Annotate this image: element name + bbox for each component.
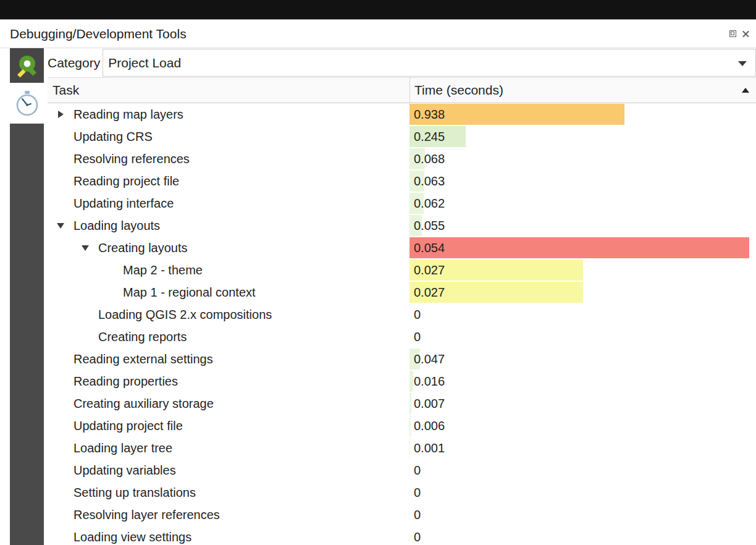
category-combobox[interactable]: Project Load [103,49,756,77]
task-label: Updating project file [74,419,183,433]
column-header-time[interactable]: Time (seconds) [410,78,756,103]
table-row[interactable]: Resolving references0.068 [48,148,756,170]
table-row[interactable]: Reading project file0.063 [48,170,756,192]
task-label: Reading external settings [74,352,213,366]
time-cell: 0 [410,481,756,504]
time-cell: 0.938 [410,103,756,125]
panel-title: Debugging/Development Tools [10,27,187,41]
column-header-time-label: Time (seconds) [414,83,503,98]
float-icon [729,30,736,37]
close-icon [742,30,749,37]
table-row[interactable]: Creating reports0 [48,326,756,348]
collapse-arrow-icon[interactable] [79,245,91,251]
time-value: 0 [410,308,421,322]
task-label: Updating CRS [74,130,153,144]
task-label: Resolving layer references [74,508,220,522]
time-cell: 0.245 [410,125,756,148]
table-body: Reading map layers0.938Updating CRS0.245… [48,103,756,545]
time-cell: 0.001 [410,437,756,459]
table-row[interactable]: Updating variables0 [48,459,756,481]
time-value: 0 [410,330,421,344]
table-row[interactable]: Updating interface0.062 [48,192,756,214]
table-header: Task Time (seconds) [48,77,756,103]
time-cell: 0.063 [410,170,756,192]
task-label: Creating layouts [98,241,188,255]
time-cell: 0 [410,326,756,348]
task-label: Map 2 - theme [123,263,203,277]
table-row[interactable]: Resolving layer references0 [48,504,756,526]
time-cell: 0.054 [410,237,756,259]
time-bar [410,237,749,258]
task-label: Updating variables [74,463,176,478]
task-label: Loading view settings [74,530,191,544]
table-row[interactable]: Loading layouts0.055 [48,214,756,237]
time-value: 0 [410,530,421,544]
time-cell: 0.047 [410,348,756,370]
clock-icon [14,90,40,117]
time-value: 0.938 [410,108,445,122]
collapse-arrow-icon[interactable] [54,223,67,229]
time-cell: 0.027 [410,281,756,303]
task-label: Loading QGIS 2.x compositions [98,308,272,322]
time-cell: 0 [410,459,756,481]
table-row[interactable]: Loading layer tree0.001 [48,437,756,459]
debugging-tools-panel: Debugging/Development Tools [0,19,756,545]
time-cell: 0.062 [410,192,756,214]
time-value: 0.063 [410,174,445,188]
time-cell: 0 [410,504,756,526]
time-cell: 0.055 [410,214,756,237]
table-row[interactable]: Updating CRS0.245 [48,125,756,148]
close-button[interactable] [741,30,750,38]
category-label: Category [48,56,103,70]
table-row[interactable]: Map 2 - theme0.027 [48,259,756,281]
time-value: 0.027 [410,285,445,300]
profiler-content: Category Project Load Task Time (seconds… [48,48,756,545]
table-row[interactable]: Updating project file0.006 [48,415,756,437]
table-row[interactable]: Map 1 - regional context0.027 [48,281,756,303]
time-cell: 0.006 [410,415,756,437]
table-row[interactable]: Reading map layers0.938 [48,103,756,125]
desktop-top-strip [0,0,756,19]
time-value: 0.001 [410,441,445,455]
table-row[interactable]: Creating auxiliary storage0.007 [48,392,756,415]
time-value: 0 [410,486,421,500]
time-value: 0.062 [410,196,445,211]
time-cell: 0.016 [410,370,756,392]
table-row[interactable]: Reading properties0.016 [48,370,756,392]
time-value: 0.006 [410,419,445,433]
column-header-task[interactable]: Task [48,83,79,98]
time-value: 0.007 [410,397,445,411]
time-value: 0.047 [410,352,445,366]
expand-arrow-icon[interactable] [54,111,67,118]
task-label: Loading layer tree [74,441,172,455]
tool-tab-bar [10,48,44,545]
time-cell: 0 [410,526,756,545]
table-row[interactable]: Loading QGIS 2.x compositions0 [48,303,756,326]
panel-main: Category Project Load Task Time (seconds… [0,48,756,545]
table-row[interactable]: Loading view settings0 [48,526,756,545]
float-button[interactable] [728,30,737,38]
sort-ascending-icon [742,88,749,93]
table-row[interactable]: Reading external settings0.047 [48,348,756,370]
task-label: Reading project file [74,174,179,188]
time-value: 0.055 [410,219,445,233]
table-row[interactable]: Setting up translations0 [48,481,756,504]
task-label: Map 1 - regional context [123,285,256,300]
titlebar-controls [728,30,751,38]
time-value: 0 [410,508,421,522]
task-label: Reading map layers [74,108,183,122]
time-cell: 0 [410,303,756,326]
table-row[interactable]: Creating layouts0.054 [48,237,756,259]
task-label: Reading properties [74,374,178,389]
profiler-tab[interactable] [10,83,44,124]
task-label: Updating interface [74,196,174,211]
time-value: 0.054 [410,241,445,255]
query-logger-tab[interactable] [10,48,44,83]
time-value: 0.027 [410,263,445,277]
task-label: Resolving references [74,152,190,166]
task-label: Creating auxiliary storage [74,397,214,411]
time-cell: 0.027 [410,259,756,281]
category-row: Category Project Load [48,48,756,77]
time-value: 0.245 [410,130,445,144]
task-label: Setting up translations [74,486,196,500]
